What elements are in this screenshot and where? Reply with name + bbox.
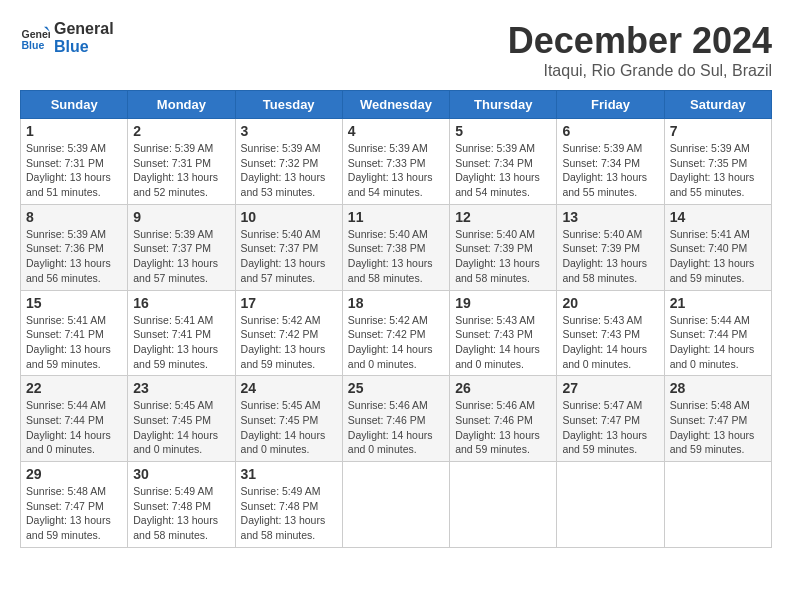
calendar-week-1: 1Sunrise: 5:39 AMSunset: 7:31 PMDaylight…	[21, 119, 772, 205]
day-info: Sunrise: 5:39 AMSunset: 7:37 PMDaylight:…	[133, 227, 229, 286]
day-info: Sunrise: 5:43 AMSunset: 7:43 PMDaylight:…	[562, 313, 658, 372]
day-info: Sunrise: 5:43 AMSunset: 7:43 PMDaylight:…	[455, 313, 551, 372]
day-info: Sunrise: 5:44 AMSunset: 7:44 PMDaylight:…	[26, 398, 122, 457]
calendar-cell: 27Sunrise: 5:47 AMSunset: 7:47 PMDayligh…	[557, 376, 664, 462]
weekday-header-thursday: Thursday	[450, 91, 557, 119]
day-number: 1	[26, 123, 122, 139]
day-number: 25	[348, 380, 444, 396]
day-info: Sunrise: 5:49 AMSunset: 7:48 PMDaylight:…	[133, 484, 229, 543]
calendar-cell: 20Sunrise: 5:43 AMSunset: 7:43 PMDayligh…	[557, 290, 664, 376]
calendar-cell: 6Sunrise: 5:39 AMSunset: 7:34 PMDaylight…	[557, 119, 664, 205]
calendar-cell: 17Sunrise: 5:42 AMSunset: 7:42 PMDayligh…	[235, 290, 342, 376]
calendar-cell: 2Sunrise: 5:39 AMSunset: 7:31 PMDaylight…	[128, 119, 235, 205]
calendar-cell: 8Sunrise: 5:39 AMSunset: 7:36 PMDaylight…	[21, 204, 128, 290]
day-number: 10	[241, 209, 337, 225]
weekday-header-row: SundayMondayTuesdayWednesdayThursdayFrid…	[21, 91, 772, 119]
calendar-cell: 23Sunrise: 5:45 AMSunset: 7:45 PMDayligh…	[128, 376, 235, 462]
day-number: 26	[455, 380, 551, 396]
calendar-cell	[664, 462, 771, 548]
weekday-header-sunday: Sunday	[21, 91, 128, 119]
day-number: 18	[348, 295, 444, 311]
day-number: 21	[670, 295, 766, 311]
calendar-cell: 19Sunrise: 5:43 AMSunset: 7:43 PMDayligh…	[450, 290, 557, 376]
calendar-cell: 31Sunrise: 5:49 AMSunset: 7:48 PMDayligh…	[235, 462, 342, 548]
weekday-header-wednesday: Wednesday	[342, 91, 449, 119]
day-info: Sunrise: 5:39 AMSunset: 7:31 PMDaylight:…	[133, 141, 229, 200]
calendar-cell: 14Sunrise: 5:41 AMSunset: 7:40 PMDayligh…	[664, 204, 771, 290]
calendar-cell: 1Sunrise: 5:39 AMSunset: 7:31 PMDaylight…	[21, 119, 128, 205]
calendar-cell: 18Sunrise: 5:42 AMSunset: 7:42 PMDayligh…	[342, 290, 449, 376]
day-number: 11	[348, 209, 444, 225]
calendar-cell: 3Sunrise: 5:39 AMSunset: 7:32 PMDaylight…	[235, 119, 342, 205]
day-info: Sunrise: 5:42 AMSunset: 7:42 PMDaylight:…	[348, 313, 444, 372]
day-number: 13	[562, 209, 658, 225]
logo: General Blue General Blue	[20, 20, 114, 55]
day-info: Sunrise: 5:41 AMSunset: 7:40 PMDaylight:…	[670, 227, 766, 286]
day-info: Sunrise: 5:49 AMSunset: 7:48 PMDaylight:…	[241, 484, 337, 543]
weekday-header-monday: Monday	[128, 91, 235, 119]
day-info: Sunrise: 5:46 AMSunset: 7:46 PMDaylight:…	[348, 398, 444, 457]
day-info: Sunrise: 5:46 AMSunset: 7:46 PMDaylight:…	[455, 398, 551, 457]
day-number: 27	[562, 380, 658, 396]
day-info: Sunrise: 5:41 AMSunset: 7:41 PMDaylight:…	[26, 313, 122, 372]
calendar-cell	[342, 462, 449, 548]
day-number: 24	[241, 380, 337, 396]
logo-line1: General	[54, 20, 114, 38]
day-info: Sunrise: 5:45 AMSunset: 7:45 PMDaylight:…	[133, 398, 229, 457]
calendar-cell: 12Sunrise: 5:40 AMSunset: 7:39 PMDayligh…	[450, 204, 557, 290]
day-number: 20	[562, 295, 658, 311]
day-number: 6	[562, 123, 658, 139]
day-number: 23	[133, 380, 229, 396]
calendar-cell	[450, 462, 557, 548]
day-number: 22	[26, 380, 122, 396]
day-number: 28	[670, 380, 766, 396]
calendar-cell: 15Sunrise: 5:41 AMSunset: 7:41 PMDayligh…	[21, 290, 128, 376]
calendar-cell: 7Sunrise: 5:39 AMSunset: 7:35 PMDaylight…	[664, 119, 771, 205]
day-number: 12	[455, 209, 551, 225]
calendar-cell: 26Sunrise: 5:46 AMSunset: 7:46 PMDayligh…	[450, 376, 557, 462]
day-info: Sunrise: 5:42 AMSunset: 7:42 PMDaylight:…	[241, 313, 337, 372]
day-info: Sunrise: 5:39 AMSunset: 7:35 PMDaylight:…	[670, 141, 766, 200]
calendar-cell	[557, 462, 664, 548]
day-number: 7	[670, 123, 766, 139]
svg-text:Blue: Blue	[22, 38, 45, 50]
day-number: 15	[26, 295, 122, 311]
day-info: Sunrise: 5:39 AMSunset: 7:32 PMDaylight:…	[241, 141, 337, 200]
day-number: 2	[133, 123, 229, 139]
weekday-header-saturday: Saturday	[664, 91, 771, 119]
day-number: 16	[133, 295, 229, 311]
day-info: Sunrise: 5:39 AMSunset: 7:34 PMDaylight:…	[562, 141, 658, 200]
day-info: Sunrise: 5:40 AMSunset: 7:39 PMDaylight:…	[455, 227, 551, 286]
logo-line2: Blue	[54, 38, 114, 56]
calendar-cell: 30Sunrise: 5:49 AMSunset: 7:48 PMDayligh…	[128, 462, 235, 548]
day-info: Sunrise: 5:48 AMSunset: 7:47 PMDaylight:…	[26, 484, 122, 543]
day-number: 31	[241, 466, 337, 482]
day-number: 19	[455, 295, 551, 311]
day-number: 14	[670, 209, 766, 225]
day-info: Sunrise: 5:40 AMSunset: 7:39 PMDaylight:…	[562, 227, 658, 286]
calendar-cell: 4Sunrise: 5:39 AMSunset: 7:33 PMDaylight…	[342, 119, 449, 205]
calendar-cell: 28Sunrise: 5:48 AMSunset: 7:47 PMDayligh…	[664, 376, 771, 462]
month-title: December 2024	[508, 20, 772, 62]
calendar-cell: 16Sunrise: 5:41 AMSunset: 7:41 PMDayligh…	[128, 290, 235, 376]
calendar-body: 1Sunrise: 5:39 AMSunset: 7:31 PMDaylight…	[21, 119, 772, 548]
location-title: Itaqui, Rio Grande do Sul, Brazil	[508, 62, 772, 80]
day-info: Sunrise: 5:39 AMSunset: 7:33 PMDaylight:…	[348, 141, 444, 200]
calendar-cell: 11Sunrise: 5:40 AMSunset: 7:38 PMDayligh…	[342, 204, 449, 290]
title-section: December 2024 Itaqui, Rio Grande do Sul,…	[508, 20, 772, 80]
day-number: 30	[133, 466, 229, 482]
day-info: Sunrise: 5:45 AMSunset: 7:45 PMDaylight:…	[241, 398, 337, 457]
calendar-week-4: 22Sunrise: 5:44 AMSunset: 7:44 PMDayligh…	[21, 376, 772, 462]
calendar-cell: 5Sunrise: 5:39 AMSunset: 7:34 PMDaylight…	[450, 119, 557, 205]
day-info: Sunrise: 5:40 AMSunset: 7:37 PMDaylight:…	[241, 227, 337, 286]
weekday-header-tuesday: Tuesday	[235, 91, 342, 119]
calendar-cell: 29Sunrise: 5:48 AMSunset: 7:47 PMDayligh…	[21, 462, 128, 548]
page-header: General Blue General Blue December 2024 …	[20, 20, 772, 80]
day-info: Sunrise: 5:41 AMSunset: 7:41 PMDaylight:…	[133, 313, 229, 372]
day-info: Sunrise: 5:39 AMSunset: 7:31 PMDaylight:…	[26, 141, 122, 200]
day-number: 9	[133, 209, 229, 225]
day-info: Sunrise: 5:40 AMSunset: 7:38 PMDaylight:…	[348, 227, 444, 286]
calendar-table: SundayMondayTuesdayWednesdayThursdayFrid…	[20, 90, 772, 548]
calendar-cell: 24Sunrise: 5:45 AMSunset: 7:45 PMDayligh…	[235, 376, 342, 462]
calendar-cell: 22Sunrise: 5:44 AMSunset: 7:44 PMDayligh…	[21, 376, 128, 462]
